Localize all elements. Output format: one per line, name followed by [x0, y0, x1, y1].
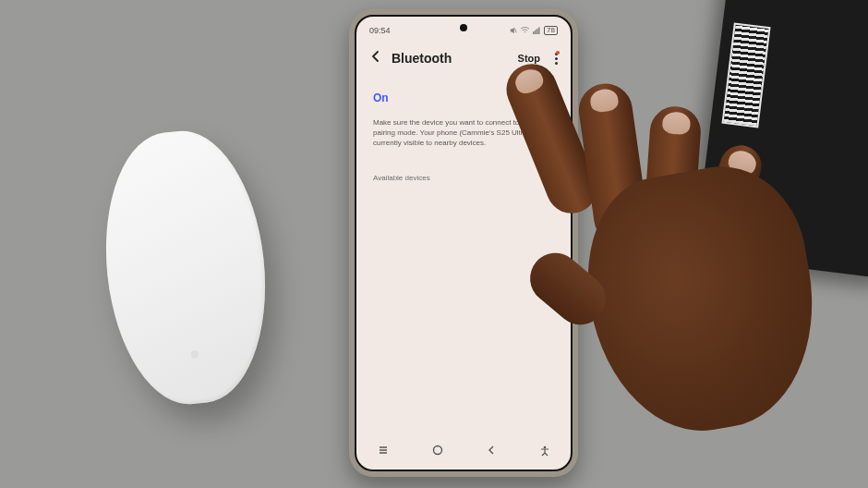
scanning-indicator-icon: •• [514, 93, 523, 104]
accessibility-button[interactable] [539, 444, 550, 460]
bluetooth-toggle[interactable] [528, 91, 554, 105]
signal-icon [533, 27, 540, 34]
back-icon[interactable] [369, 50, 382, 67]
svg-rect-3 [536, 29, 538, 34]
phone-screen[interactable]: 09:54 78 Bluetooth Stop On •• [355, 15, 573, 471]
stop-button[interactable]: Stop [518, 53, 540, 64]
svg-line-0 [515, 29, 517, 33]
samsung-box: Galaxy S25 Ultra [694, 0, 868, 279]
svg-rect-1 [533, 31, 535, 34]
svg-point-9 [543, 446, 546, 449]
svg-rect-4 [538, 28, 540, 35]
status-time: 09:54 [369, 26, 391, 35]
page-title: Bluetooth [392, 51, 509, 66]
barcode [721, 22, 770, 128]
available-devices-header: Available devices [373, 174, 430, 182]
android-nav-bar [356, 442, 571, 462]
bluetooth-state-label: On [373, 92, 389, 104]
pairing-info-text: Make sure the device you want to connect… [373, 118, 554, 148]
home-button[interactable] [431, 444, 444, 460]
apple-magic-mouse [93, 124, 278, 411]
back-button[interactable] [485, 444, 498, 460]
svg-point-8 [433, 446, 441, 455]
mute-icon [510, 27, 517, 34]
recents-button[interactable] [377, 444, 390, 460]
phone-device: 09:54 78 Bluetooth Stop On •• [349, 9, 578, 477]
svg-rect-2 [535, 30, 536, 35]
more-options-icon[interactable] [555, 53, 558, 65]
wifi-icon [521, 27, 529, 34]
status-bar: 09:54 78 [369, 24, 558, 37]
battery-icon: 78 [544, 26, 558, 35]
